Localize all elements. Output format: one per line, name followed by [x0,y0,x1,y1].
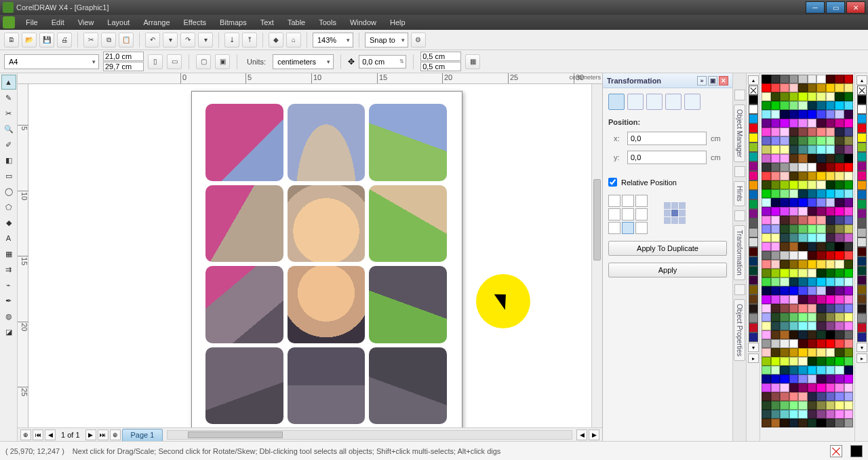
color-swatch[interactable] [835,145,844,154]
color-swatch[interactable] [798,154,808,163]
color-swatch[interactable] [844,277,854,286]
color-swatch[interactable] [835,392,844,401]
color-swatch[interactable] [789,366,799,375]
color-swatch[interactable] [826,286,835,295]
color-swatch[interactable] [844,304,854,313]
color-swatch[interactable] [844,101,854,110]
menu-effects[interactable]: Effects [177,16,213,28]
color-swatch[interactable] [844,339,854,348]
color-swatch[interactable] [816,339,826,348]
color-swatch[interactable] [789,375,799,383]
color-swatch[interactable] [857,180,867,190]
color-swatch[interactable] [780,207,789,216]
size-icon[interactable] [665,94,682,110]
color-swatch[interactable] [857,199,867,209]
color-swatch[interactable] [844,216,854,225]
color-swatch[interactable] [844,313,854,322]
color-swatch[interactable] [816,136,826,145]
color-swatch[interactable] [780,154,789,163]
color-swatch[interactable] [771,251,781,260]
color-swatch[interactable] [844,189,854,198]
color-swatch[interactable] [789,286,799,295]
dup-y-input[interactable]: 0,5 cm [420,62,461,71]
color-swatch[interactable] [798,357,808,366]
color-swatch[interactable] [816,75,826,83]
units-dropdown[interactable]: centimeters [273,54,334,69]
color-swatch[interactable] [808,339,817,348]
freehand-tool[interactable]: ✐ [1,137,16,152]
color-swatch[interactable] [771,198,781,207]
color-swatch[interactable] [798,366,808,375]
color-swatch[interactable] [771,295,781,304]
color-swatch[interactable] [826,233,835,242]
color-swatch[interactable] [808,101,817,110]
polygon-tool[interactable]: ⬠ [1,199,16,214]
color-swatch[interactable] [749,104,758,114]
color-swatch[interactable] [780,198,789,207]
color-swatch[interactable] [749,332,758,342]
color-swatch[interactable] [762,233,771,242]
color-swatch[interactable] [835,180,844,189]
color-swatch[interactable] [816,163,826,172]
color-swatch[interactable] [771,75,781,83]
color-swatch[interactable] [789,304,799,313]
color-swatch[interactable] [816,277,826,286]
anchor-tr[interactable] [635,195,648,207]
docker-titlebar[interactable]: Transformation » ▣ ✕ [603,73,732,88]
color-swatch[interactable] [816,322,826,330]
color-swatch[interactable] [857,114,867,123]
color-swatch[interactable] [762,348,771,357]
color-swatch[interactable] [762,242,771,251]
color-swatch[interactable] [844,251,854,260]
color-swatch[interactable] [762,419,771,427]
color-swatch[interactable] [816,172,826,180]
color-swatch[interactable] [857,323,867,332]
color-swatch[interactable] [789,410,799,419]
art-tile[interactable] [288,185,366,263]
color-swatch[interactable] [789,392,799,401]
last-page-button[interactable]: ⏭ [98,429,108,440]
color-swatch[interactable] [798,172,808,180]
relative-position-checkbox[interactable] [608,178,617,187]
color-swatch[interactable] [798,401,808,410]
color-swatch[interactable] [749,266,758,275]
color-swatch[interactable] [808,304,817,313]
cut-button[interactable]: ✂ [83,33,98,47]
color-swatch[interactable] [844,357,854,366]
color-swatch[interactable] [789,242,799,251]
color-swatch[interactable] [816,233,826,242]
docker-tab-transformation[interactable]: Transformation [734,225,745,280]
color-swatch[interactable] [826,225,835,233]
art-tile[interactable] [288,347,366,425]
import-button[interactable]: ⤓ [224,33,239,47]
color-swatch[interactable] [816,180,826,189]
color-swatch[interactable] [816,366,826,375]
open-button[interactable]: 📂 [22,33,37,47]
color-swatch[interactable] [789,119,799,128]
color-swatch[interactable] [844,295,854,304]
color-swatch[interactable] [808,295,817,304]
color-swatch[interactable] [780,286,789,295]
color-swatch[interactable] [749,209,758,218]
color-swatch[interactable] [780,383,789,392]
color-swatch[interactable] [780,295,789,304]
color-swatch[interactable] [844,119,854,128]
color-swatch[interactable] [789,313,799,322]
color-swatch[interactable] [798,75,808,83]
color-swatch[interactable] [798,392,808,401]
color-swatch[interactable] [780,277,789,286]
color-swatch[interactable] [771,392,781,401]
anchor-br[interactable] [635,222,648,234]
color-swatch[interactable] [798,242,808,251]
color-swatch[interactable] [771,207,781,216]
print-button[interactable]: 🖨 [57,33,72,47]
page-height-input[interactable]: 29,7 cm [103,62,144,71]
color-swatch[interactable] [808,357,817,366]
color-swatch[interactable] [780,101,789,110]
color-swatch[interactable] [780,375,789,383]
color-swatch[interactable] [762,145,771,154]
color-swatch[interactable] [808,251,817,260]
new-button[interactable]: 🗎 [4,33,19,47]
color-swatch[interactable] [808,233,817,242]
color-swatch[interactable] [762,75,771,83]
